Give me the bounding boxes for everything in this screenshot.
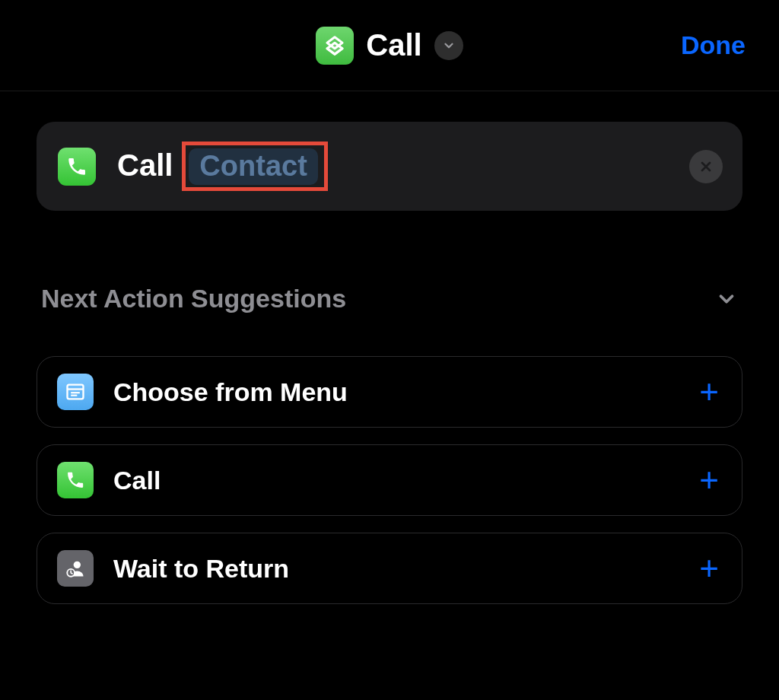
page-title: Call [366,28,421,62]
suggestions-title: Next Action Suggestions [41,284,346,313]
suggestion-choose-from-menu[interactable]: Choose from Menu + [37,356,742,428]
suggestion-label: Wait to Return [113,554,289,584]
contact-parameter-token[interactable]: Contact [189,148,317,185]
header-bar: Call Done [0,0,779,91]
highlight-annotation: Contact [182,142,327,191]
suggestions-list: Choose from Menu + Call + Wait to R [37,356,742,604]
chevron-down-icon [715,288,738,310]
wait-return-icon [57,550,94,587]
shortcuts-app-icon [316,27,354,65]
add-suggestion-button[interactable]: + [699,463,719,497]
svg-point-6 [74,562,81,568]
phone-icon [57,462,94,498]
suggestions-header[interactable]: Next Action Suggestions [37,284,742,313]
close-icon [698,159,714,174]
action-text: Call Contact [117,142,328,191]
add-suggestion-button[interactable]: + [699,552,719,585]
header-title-group[interactable]: Call [316,27,463,65]
menu-icon [57,374,94,410]
chevron-down-icon [442,39,456,52]
action-verb: Call [117,148,173,183]
content-area: Call Contact Next Action Suggestions [0,91,779,604]
svg-rect-2 [68,385,84,399]
add-suggestion-button[interactable]: + [699,375,719,409]
title-dropdown-button[interactable] [434,31,463,60]
suggestion-wait-to-return[interactable]: Wait to Return + [37,533,742,604]
suggestion-label: Call [113,466,161,495]
suggestion-call[interactable]: Call + [37,444,742,516]
phone-icon [58,148,96,186]
call-action-card[interactable]: Call Contact [37,122,742,211]
done-button[interactable]: Done [681,30,746,60]
clear-action-button[interactable] [689,150,723,183]
suggestion-label: Choose from Menu [113,377,348,407]
